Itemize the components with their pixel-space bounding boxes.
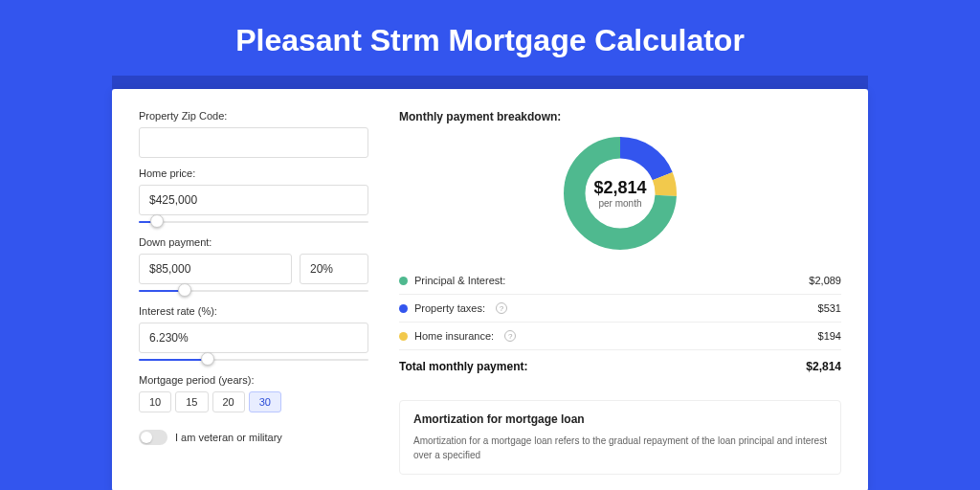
home-price-slider[interactable] (139, 217, 368, 227)
legend-row: Principal & Interest:$2,089 (399, 267, 841, 294)
down-payment-label: Down payment: (139, 236, 368, 248)
amortization-text: Amortization for a mortgage loan refers … (413, 434, 827, 462)
legend-value: $531 (818, 302, 841, 314)
zip-label: Property Zip Code: (139, 110, 368, 122)
period-label: Mortgage period (years): (139, 374, 368, 386)
home-price-input[interactable] (139, 185, 368, 215)
legend-row: Property taxes:?$531 (399, 294, 841, 322)
period-btn-15[interactable]: 15 (175, 391, 208, 412)
breakdown-title: Monthly payment breakdown: (399, 110, 841, 123)
home-price-label: Home price: (139, 167, 368, 179)
amortization-title: Amortization for mortgage loan (413, 412, 827, 426)
legend-dot (399, 332, 408, 341)
calculator-card: Property Zip Code: Home price: Down paym… (112, 89, 868, 490)
legend-value: $2,089 (809, 275, 841, 286)
legend-dot (399, 277, 408, 285)
form-column: Property Zip Code: Home price: Down paym… (139, 110, 368, 470)
legend-row: Home insurance:?$194 (399, 322, 841, 349)
period-btn-20[interactable]: 20 (212, 391, 245, 412)
down-payment-slider[interactable] (139, 286, 368, 296)
legend-label: Principal & Interest: (414, 275, 505, 286)
interest-rate-slider[interactable] (139, 355, 368, 365)
zip-input[interactable] (139, 127, 368, 158)
donut-amount: $2,814 (593, 178, 646, 198)
donut-sub: per month (598, 198, 641, 209)
breakdown-legend: Principal & Interest:$2,089Property taxe… (399, 267, 841, 349)
legend-label: Home insurance: (414, 330, 494, 342)
veteran-toggle[interactable] (139, 430, 167, 445)
legend-dot (399, 304, 408, 313)
legend-value: $194 (818, 330, 841, 342)
info-icon[interactable]: ? (496, 302, 507, 314)
page-title: Pleasant Strm Mortgage Calculator (0, 0, 980, 76)
payment-donut-chart: $2,814 per month (560, 133, 680, 254)
interest-rate-label: Interest rate (%): (139, 305, 368, 317)
total-label: Total monthly payment: (399, 360, 527, 373)
breakdown-column: Monthly payment breakdown: $2,814 per mo… (399, 110, 841, 470)
down-payment-input[interactable] (139, 254, 292, 284)
legend-label: Property taxes: (414, 302, 485, 314)
info-icon[interactable]: ? (504, 330, 516, 342)
period-btn-30[interactable]: 30 (249, 391, 281, 412)
period-buttons: 10152030 (139, 391, 368, 412)
total-value: $2,814 (806, 360, 841, 373)
down-payment-pct-input[interactable] (300, 254, 368, 284)
amortization-box: Amortization for mortgage loan Amortizat… (399, 400, 841, 475)
interest-rate-input[interactable] (139, 323, 368, 353)
card-shadow (112, 76, 868, 89)
veteran-label: I am veteran or military (175, 432, 282, 443)
period-btn-10[interactable]: 10 (139, 391, 171, 412)
